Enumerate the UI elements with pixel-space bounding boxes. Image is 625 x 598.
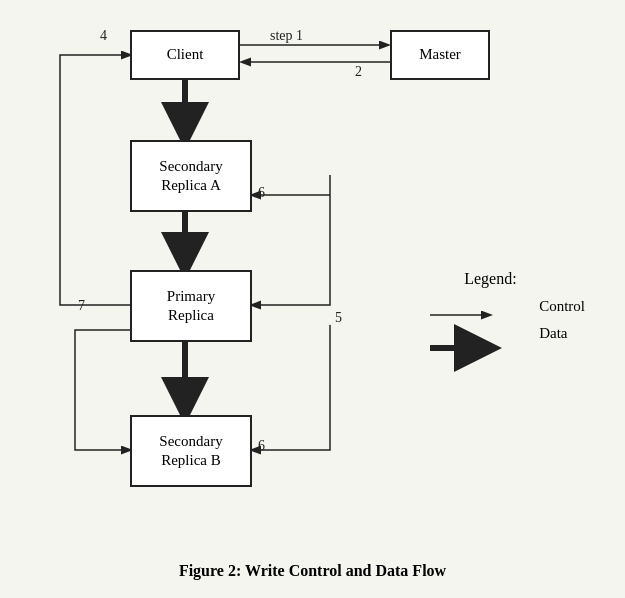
legend-data-row: Data [464, 325, 585, 342]
secondary-b-label: SecondaryReplica B [159, 432, 222, 471]
label-5: 5 [335, 310, 342, 326]
label-6b: 6 [258, 438, 265, 454]
client-label: Client [167, 45, 204, 65]
label-2: 2 [355, 64, 362, 80]
legend-data-label: Data [539, 325, 567, 342]
legend-control-row: Control [464, 298, 585, 315]
label-step1: step 1 [270, 28, 303, 44]
primary-label: PrimaryReplica [167, 287, 215, 326]
legend-title: Legend: [464, 270, 585, 288]
secondary-a-label: SecondaryReplica A [159, 157, 222, 196]
diagram-container: Client Master SecondaryReplica A Primary… [0, 0, 625, 598]
legend-control-label: Control [539, 298, 585, 315]
secondary-a-box: SecondaryReplica A [130, 140, 252, 212]
label-6a: 6 [258, 185, 265, 201]
legend: Legend: Control Data [464, 270, 585, 342]
label-7: 7 [78, 298, 85, 314]
client-box: Client [130, 30, 240, 80]
master-label: Master [419, 45, 461, 65]
primary-box: PrimaryReplica [130, 270, 252, 342]
label-3: 3 [192, 100, 199, 116]
master-box: Master [390, 30, 490, 80]
figure-caption: Figure 2: Write Control and Data Flow [0, 562, 625, 580]
label-4: 4 [100, 28, 107, 44]
secondary-b-box: SecondaryReplica B [130, 415, 252, 487]
